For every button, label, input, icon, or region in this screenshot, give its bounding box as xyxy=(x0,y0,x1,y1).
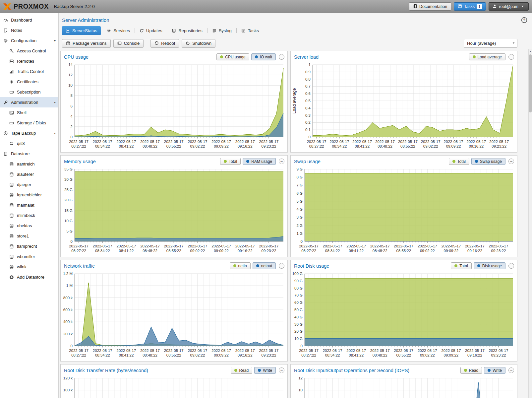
sidebar-item-remotes[interactable]: Remotes xyxy=(0,56,58,66)
package-versions-button[interactable]: Package versions xyxy=(62,39,111,48)
sidebar-item-djaeger[interactable]: djaeger xyxy=(0,179,58,190)
sidebar-item-datastore[interactable]: Datastore xyxy=(0,149,58,159)
tab-updates[interactable]: Updates xyxy=(136,26,166,35)
legend-io-wait[interactable]: IO wait xyxy=(251,53,276,60)
svg-text:10: 10 xyxy=(298,388,303,392)
svg-text:08:41:22: 08:41:22 xyxy=(119,144,134,148)
sidebar-item-wbumiller[interactable]: wbumiller xyxy=(0,251,58,262)
console-button[interactable]: Console xyxy=(113,39,144,48)
legend-disk-usage[interactable]: Disk usage xyxy=(474,262,505,269)
sidebar-item-store1[interactable]: store1 xyxy=(0,231,58,241)
svg-text:2022-05-17: 2022-05-17 xyxy=(235,244,255,248)
tab-serverstatus[interactable]: ServerStatus xyxy=(62,26,101,35)
svg-text:2022-05-17: 2022-05-17 xyxy=(140,140,160,144)
sidebar-item-subscription[interactable]: Subscription xyxy=(0,87,58,97)
sidebar-item-add-datastore[interactable]: Add Datastore xyxy=(0,272,58,282)
shutdown-button[interactable]: Shutdown xyxy=(182,39,215,48)
svg-text:09:16:22: 09:16:22 xyxy=(467,353,482,357)
collapse-icon[interactable]: − xyxy=(508,263,514,269)
collapse-icon[interactable]: − xyxy=(508,54,514,60)
ticket-icon xyxy=(9,90,14,95)
legend-total[interactable]: Total xyxy=(449,158,469,165)
svg-text:2022-05-17: 2022-05-17 xyxy=(330,140,349,144)
sidebar-item-qsl3[interactable]: qsl3 xyxy=(0,138,58,149)
sidebar-item-aantreich[interactable]: aantreich xyxy=(0,159,58,169)
sidebar-item-administration[interactable]: Administration▾ xyxy=(0,97,58,107)
database-icon xyxy=(9,244,14,249)
collapse-icon[interactable]: − xyxy=(279,159,284,164)
svg-text:60 G: 60 G xyxy=(294,300,303,304)
legend-netin[interactable]: netin xyxy=(230,262,251,269)
sidebar-item-shell[interactable]: Shell xyxy=(0,107,58,118)
sidebar-item-notes[interactable]: Notes xyxy=(0,25,58,35)
sidebar-item-malmalat[interactable]: malmalat xyxy=(0,200,58,210)
help-button[interactable]: ? xyxy=(521,17,527,23)
sidebar-item-obektas[interactable]: obektas xyxy=(0,221,58,231)
svg-text:14: 14 xyxy=(68,63,73,67)
legend-read[interactable]: Read xyxy=(231,367,253,374)
sidebar-item-label: store1 xyxy=(17,233,29,238)
scrollbar-thumb[interactable] xyxy=(529,54,532,112)
collapse-icon[interactable]: − xyxy=(508,367,514,373)
sidebar-item-dashboard[interactable]: Dashboard xyxy=(0,15,58,25)
sidebar-item-fgruenbichler[interactable]: fgruenbichler xyxy=(0,190,58,200)
sidebar-item-label: Access Control xyxy=(17,48,46,53)
legend-total[interactable]: Total xyxy=(451,262,471,269)
legend-load-average[interactable]: Load average xyxy=(469,53,505,60)
collapse-icon[interactable]: − xyxy=(279,367,284,373)
collapse-icon[interactable]: − xyxy=(279,54,284,60)
legend-ram-usage[interactable]: RAM usage xyxy=(243,158,276,165)
legend-read[interactable]: Read xyxy=(460,367,482,374)
tape-icon xyxy=(3,131,8,136)
sidebar-item-label: malmalat xyxy=(17,203,34,208)
svg-text:08:27:22: 08:27:22 xyxy=(71,144,86,148)
legend-write[interactable]: Write xyxy=(254,367,276,374)
tab-tasks[interactable]: Tasks xyxy=(238,26,263,35)
documentation-button[interactable]: Documentation xyxy=(409,2,451,11)
svg-text:9 G: 9 G xyxy=(296,167,303,171)
sidebar-item-configuration[interactable]: Configuration▾ xyxy=(0,35,58,46)
sidebar-item-certificates[interactable]: Certificates xyxy=(0,77,58,87)
sidebar-item-tape-backup[interactable]: Tape Backup▾ xyxy=(0,128,58,138)
collapse-icon[interactable]: − xyxy=(279,263,284,269)
legend-cpu-usage[interactable]: CPU usage xyxy=(216,53,249,60)
legend-total[interactable]: Total xyxy=(220,158,241,165)
panel-header: Server loadLoad average− xyxy=(291,51,517,62)
sidebar-item-mlimbeck[interactable]: mlimbeck xyxy=(0,210,58,221)
legend-swap-usage[interactable]: Swap usage xyxy=(471,158,505,165)
tab-repositories[interactable]: Repositories xyxy=(168,26,206,35)
reboot-button[interactable]: Reboot xyxy=(150,39,179,48)
chart-title: Root Disk usage xyxy=(294,263,329,269)
vertical-scrollbar[interactable]: ▲ xyxy=(528,49,532,398)
legend-netout[interactable]: netout xyxy=(253,262,276,269)
undo-icon xyxy=(154,41,159,45)
signal-icon xyxy=(9,69,14,74)
user-menu-button[interactable]: root@pam xyxy=(489,2,529,11)
tasks-button[interactable]: Tasks 1 xyxy=(454,2,486,11)
expander-icon[interactable]: ▾ xyxy=(54,100,56,104)
svg-text:08:34:22: 08:34:22 xyxy=(95,249,110,253)
collapse-icon[interactable]: − xyxy=(508,159,514,164)
tab-syslog[interactable]: Syslog xyxy=(208,26,235,35)
chart-title: Memory usage xyxy=(64,159,96,164)
svg-text:08:27:22: 08:27:22 xyxy=(71,353,86,357)
sidebar-item-tlamprecht[interactable]: tlamprecht xyxy=(0,241,58,251)
sidebar-item-alauterer[interactable]: alauterer xyxy=(0,169,58,179)
time-range-select[interactable]: Hour (average) xyxy=(464,39,517,48)
sidebar-item-access-control[interactable]: Access Control xyxy=(0,46,58,56)
sidebar-item-wlink[interactable]: wlink xyxy=(0,262,58,272)
sidebar-tree: DashboardNotesConfiguration▾Access Contr… xyxy=(0,13,59,398)
database-icon xyxy=(9,172,14,177)
svg-text:09:09:22: 09:09:22 xyxy=(446,144,461,148)
svg-text:2022-05-17: 2022-05-17 xyxy=(418,349,437,353)
sidebar-item-traffic-control[interactable]: Traffic Control xyxy=(0,66,58,77)
legend-write[interactable]: Write xyxy=(484,367,505,374)
svg-text:08:27:22: 08:27:22 xyxy=(301,353,316,357)
tab-services[interactable]: Services xyxy=(103,26,134,35)
expander-icon[interactable]: ▾ xyxy=(54,39,56,42)
scroll-up-icon[interactable]: ▲ xyxy=(529,49,532,54)
expander-icon[interactable]: ▾ xyxy=(54,131,56,135)
sidebar-item-storage-disks[interactable]: Storage / Disks xyxy=(0,118,58,128)
svg-text:30 G: 30 G xyxy=(64,177,73,181)
brand: PROXMOX xyxy=(3,3,49,10)
